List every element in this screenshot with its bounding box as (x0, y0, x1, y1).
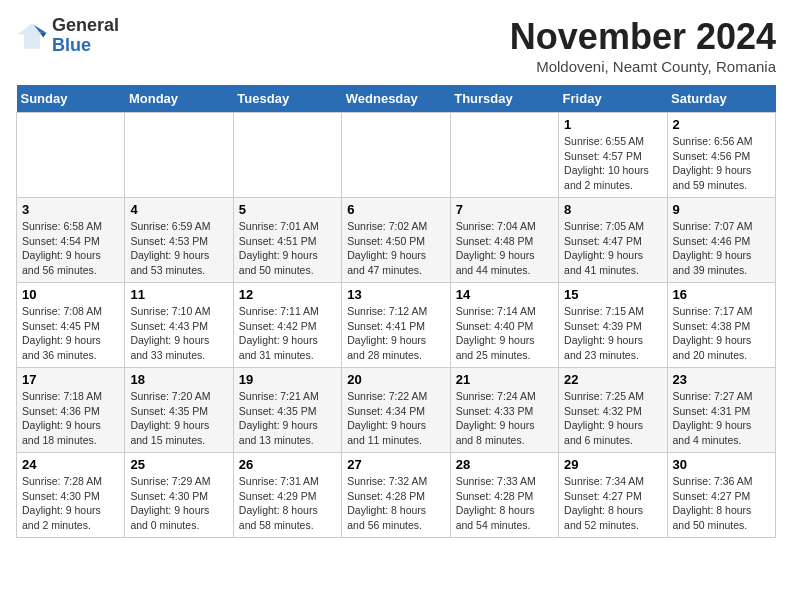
day-number: 3 (22, 202, 119, 217)
day-number: 8 (564, 202, 661, 217)
month-title: November 2024 (510, 16, 776, 58)
calendar-cell: 11Sunrise: 7:10 AMSunset: 4:43 PMDayligh… (125, 283, 233, 368)
day-number: 24 (22, 457, 119, 472)
calendar-header-saturday: Saturday (667, 85, 775, 113)
day-info: Sunrise: 6:55 AMSunset: 4:57 PMDaylight:… (564, 134, 661, 193)
calendar-cell: 6Sunrise: 7:02 AMSunset: 4:50 PMDaylight… (342, 198, 450, 283)
day-number: 15 (564, 287, 661, 302)
calendar-cell: 19Sunrise: 7:21 AMSunset: 4:35 PMDayligh… (233, 368, 341, 453)
day-info: Sunrise: 7:20 AMSunset: 4:35 PMDaylight:… (130, 389, 227, 448)
calendar-cell: 28Sunrise: 7:33 AMSunset: 4:28 PMDayligh… (450, 453, 558, 538)
day-info: Sunrise: 6:59 AMSunset: 4:53 PMDaylight:… (130, 219, 227, 278)
calendar-cell: 22Sunrise: 7:25 AMSunset: 4:32 PMDayligh… (559, 368, 667, 453)
day-number: 4 (130, 202, 227, 217)
day-info: Sunrise: 7:17 AMSunset: 4:38 PMDaylight:… (673, 304, 770, 363)
day-info: Sunrise: 7:08 AMSunset: 4:45 PMDaylight:… (22, 304, 119, 363)
day-number: 27 (347, 457, 444, 472)
day-info: Sunrise: 7:25 AMSunset: 4:32 PMDaylight:… (564, 389, 661, 448)
calendar-cell: 21Sunrise: 7:24 AMSunset: 4:33 PMDayligh… (450, 368, 558, 453)
day-number: 21 (456, 372, 553, 387)
day-info: Sunrise: 7:29 AMSunset: 4:30 PMDaylight:… (130, 474, 227, 533)
day-info: Sunrise: 7:11 AMSunset: 4:42 PMDaylight:… (239, 304, 336, 363)
calendar-cell: 23Sunrise: 7:27 AMSunset: 4:31 PMDayligh… (667, 368, 775, 453)
day-number: 23 (673, 372, 770, 387)
day-info: Sunrise: 7:02 AMSunset: 4:50 PMDaylight:… (347, 219, 444, 278)
day-number: 28 (456, 457, 553, 472)
day-info: Sunrise: 7:01 AMSunset: 4:51 PMDaylight:… (239, 219, 336, 278)
day-number: 13 (347, 287, 444, 302)
calendar-cell: 12Sunrise: 7:11 AMSunset: 4:42 PMDayligh… (233, 283, 341, 368)
calendar-cell: 15Sunrise: 7:15 AMSunset: 4:39 PMDayligh… (559, 283, 667, 368)
day-number: 9 (673, 202, 770, 217)
calendar-cell (17, 113, 125, 198)
calendar-cell: 13Sunrise: 7:12 AMSunset: 4:41 PMDayligh… (342, 283, 450, 368)
calendar-cell: 17Sunrise: 7:18 AMSunset: 4:36 PMDayligh… (17, 368, 125, 453)
day-number: 18 (130, 372, 227, 387)
calendar-header-thursday: Thursday (450, 85, 558, 113)
day-info: Sunrise: 6:56 AMSunset: 4:56 PMDaylight:… (673, 134, 770, 193)
calendar-cell: 2Sunrise: 6:56 AMSunset: 4:56 PMDaylight… (667, 113, 775, 198)
day-number: 14 (456, 287, 553, 302)
day-number: 2 (673, 117, 770, 132)
calendar-header-friday: Friday (559, 85, 667, 113)
page-header: General Blue November 2024 Moldoveni, Ne… (16, 16, 776, 75)
day-info: Sunrise: 7:10 AMSunset: 4:43 PMDaylight:… (130, 304, 227, 363)
calendar-cell: 3Sunrise: 6:58 AMSunset: 4:54 PMDaylight… (17, 198, 125, 283)
calendar-week-row-4: 17Sunrise: 7:18 AMSunset: 4:36 PMDayligh… (17, 368, 776, 453)
calendar-header-sunday: Sunday (17, 85, 125, 113)
calendar-header-wednesday: Wednesday (342, 85, 450, 113)
day-info: Sunrise: 7:15 AMSunset: 4:39 PMDaylight:… (564, 304, 661, 363)
calendar-cell: 7Sunrise: 7:04 AMSunset: 4:48 PMDaylight… (450, 198, 558, 283)
day-info: Sunrise: 7:36 AMSunset: 4:27 PMDaylight:… (673, 474, 770, 533)
day-info: Sunrise: 7:33 AMSunset: 4:28 PMDaylight:… (456, 474, 553, 533)
calendar-cell: 26Sunrise: 7:31 AMSunset: 4:29 PMDayligh… (233, 453, 341, 538)
day-number: 12 (239, 287, 336, 302)
day-number: 30 (673, 457, 770, 472)
day-info: Sunrise: 7:21 AMSunset: 4:35 PMDaylight:… (239, 389, 336, 448)
logo: General Blue (16, 16, 119, 56)
day-info: Sunrise: 7:22 AMSunset: 4:34 PMDaylight:… (347, 389, 444, 448)
calendar-cell: 5Sunrise: 7:01 AMSunset: 4:51 PMDaylight… (233, 198, 341, 283)
day-info: Sunrise: 7:31 AMSunset: 4:29 PMDaylight:… (239, 474, 336, 533)
day-info: Sunrise: 7:32 AMSunset: 4:28 PMDaylight:… (347, 474, 444, 533)
title-block: November 2024 Moldoveni, Neamt County, R… (510, 16, 776, 75)
day-info: Sunrise: 7:34 AMSunset: 4:27 PMDaylight:… (564, 474, 661, 533)
day-number: 20 (347, 372, 444, 387)
calendar-cell (125, 113, 233, 198)
calendar-cell: 1Sunrise: 6:55 AMSunset: 4:57 PMDaylight… (559, 113, 667, 198)
calendar-header-row: SundayMondayTuesdayWednesdayThursdayFrid… (17, 85, 776, 113)
day-info: Sunrise: 7:05 AMSunset: 4:47 PMDaylight:… (564, 219, 661, 278)
calendar-cell: 27Sunrise: 7:32 AMSunset: 4:28 PMDayligh… (342, 453, 450, 538)
logo-general: General (52, 15, 119, 35)
calendar-cell (450, 113, 558, 198)
day-info: Sunrise: 7:24 AMSunset: 4:33 PMDaylight:… (456, 389, 553, 448)
day-info: Sunrise: 7:28 AMSunset: 4:30 PMDaylight:… (22, 474, 119, 533)
day-number: 29 (564, 457, 661, 472)
day-number: 17 (22, 372, 119, 387)
calendar-cell: 30Sunrise: 7:36 AMSunset: 4:27 PMDayligh… (667, 453, 775, 538)
calendar-cell: 9Sunrise: 7:07 AMSunset: 4:46 PMDaylight… (667, 198, 775, 283)
day-number: 11 (130, 287, 227, 302)
calendar-cell: 4Sunrise: 6:59 AMSunset: 4:53 PMDaylight… (125, 198, 233, 283)
calendar-header-monday: Monday (125, 85, 233, 113)
day-info: Sunrise: 7:18 AMSunset: 4:36 PMDaylight:… (22, 389, 119, 448)
calendar-cell (342, 113, 450, 198)
day-number: 5 (239, 202, 336, 217)
calendar-cell (233, 113, 341, 198)
calendar-week-row-2: 3Sunrise: 6:58 AMSunset: 4:54 PMDaylight… (17, 198, 776, 283)
calendar-week-row-1: 1Sunrise: 6:55 AMSunset: 4:57 PMDaylight… (17, 113, 776, 198)
day-number: 1 (564, 117, 661, 132)
logo-blue: Blue (52, 35, 91, 55)
day-info: Sunrise: 6:58 AMSunset: 4:54 PMDaylight:… (22, 219, 119, 278)
calendar: SundayMondayTuesdayWednesdayThursdayFrid… (16, 85, 776, 538)
day-info: Sunrise: 7:04 AMSunset: 4:48 PMDaylight:… (456, 219, 553, 278)
day-info: Sunrise: 7:14 AMSunset: 4:40 PMDaylight:… (456, 304, 553, 363)
day-number: 10 (22, 287, 119, 302)
logo-text: General Blue (52, 16, 119, 56)
calendar-cell: 8Sunrise: 7:05 AMSunset: 4:47 PMDaylight… (559, 198, 667, 283)
day-number: 22 (564, 372, 661, 387)
day-info: Sunrise: 7:27 AMSunset: 4:31 PMDaylight:… (673, 389, 770, 448)
calendar-cell: 16Sunrise: 7:17 AMSunset: 4:38 PMDayligh… (667, 283, 775, 368)
day-number: 19 (239, 372, 336, 387)
day-number: 16 (673, 287, 770, 302)
